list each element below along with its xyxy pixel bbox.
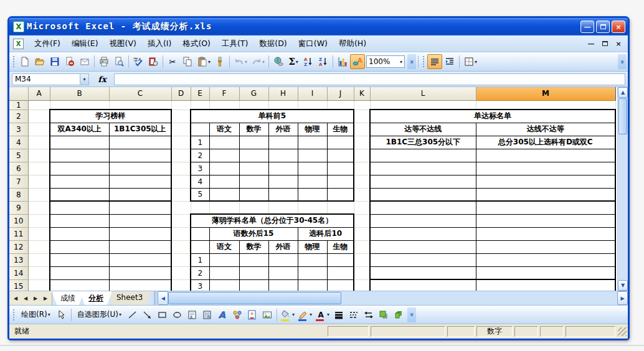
indent-button[interactable] [442,54,457,69]
cell[interactable] [109,266,171,279]
hyperlink-button[interactable] [271,54,286,69]
cell[interactable] [50,175,109,188]
cell[interactable] [476,100,615,110]
cell[interactable] [50,162,109,175]
cell[interactable] [239,201,268,214]
row-header[interactable]: 1 [9,100,28,110]
scroll-right-button[interactable]: ▶ [617,291,628,305]
toolbar-options-chevron[interactable]: » [407,307,416,322]
cell[interactable] [28,240,50,253]
cell[interactable] [191,123,209,136]
line-color-button[interactable]: ▾ [296,307,314,322]
cell[interactable] [171,110,191,123]
toolbar-options-chevron[interactable]: » [407,54,416,69]
cell[interactable] [171,149,191,162]
cell[interactable] [109,100,171,110]
cell[interactable] [209,162,239,175]
header-cell[interactable]: 双A340以上 [50,123,109,136]
cell[interactable] [354,201,370,214]
cell[interactable] [268,253,298,266]
cell[interactable] [370,162,476,175]
value-cell[interactable]: 1B1C三总305分以下 [370,136,476,149]
next-sheet-button[interactable]: ▶ [31,293,40,304]
cell[interactable] [298,149,327,162]
cell[interactable] [354,240,370,253]
row-header[interactable]: 2 [9,110,28,123]
cell[interactable] [50,188,109,201]
cell[interactable] [109,240,171,253]
menu-item-view[interactable]: 视图(V) [104,37,142,51]
cell[interactable] [268,188,298,201]
cell[interactable] [191,201,209,214]
dash-style-button[interactable] [346,307,361,322]
cell[interactable] [370,201,476,214]
cell[interactable] [354,100,370,110]
diagram-button[interactable] [230,307,245,322]
cell[interactable] [109,201,171,214]
cell[interactable] [209,253,239,266]
cell[interactable] [327,279,354,291]
row-header[interactable]: 14 [9,266,28,279]
cell[interactable] [354,279,370,291]
cell[interactable] [28,279,50,291]
column-header[interactable]: K [354,87,370,100]
cell[interactable] [239,175,268,188]
cell[interactable] [109,253,171,266]
cell[interactable] [50,149,109,162]
cell[interactable] [476,279,615,291]
cell[interactable] [370,240,476,253]
cell[interactable] [28,136,50,149]
column-header[interactable]: E [191,87,209,100]
cell[interactable] [370,266,476,279]
cell[interactable] [370,149,476,162]
cell[interactable] [171,214,191,227]
cell[interactable] [50,100,109,110]
cell[interactable] [50,201,109,214]
row-header[interactable]: 11 [9,227,28,240]
cell[interactable] [171,175,191,188]
cell[interactable] [354,253,370,266]
cell[interactable] [327,136,354,149]
resize-grip[interactable] [618,327,627,336]
rank-cell[interactable]: 3 [191,162,209,175]
cell[interactable] [476,253,615,266]
cell[interactable] [28,149,50,162]
row-header[interactable]: 5 [9,149,28,162]
cell[interactable] [327,162,354,175]
vertical-scrollbar[interactable]: ▲ ▼ [617,87,628,291]
header-cell[interactable]: 语文 [209,123,239,136]
value-cell[interactable]: 总分305以上选科有D或双C [476,136,615,149]
row-header[interactable]: 3 [9,123,28,136]
shadow-style-button[interactable] [376,307,391,322]
rank-cell[interactable]: 4 [191,175,209,188]
table-title-role-models[interactable]: 学习榜样 [50,110,171,123]
autoshapes-button[interactable]: 自选图形(U)▾ [73,308,125,322]
cell[interactable] [209,136,239,149]
horizontal-scroll-thumb[interactable] [168,292,341,304]
cell[interactable] [239,149,268,162]
header-cell[interactable]: 数学 [239,123,268,136]
cell[interactable] [370,227,476,240]
table-title-standards[interactable]: 单达标名单 [370,110,615,123]
print-button[interactable] [97,54,111,69]
scroll-left-button[interactable]: ◀ [158,291,168,305]
align-button[interactable] [427,54,442,69]
cell[interactable] [239,100,268,110]
row-header[interactable]: 10 [9,214,28,227]
arrow-style-button[interactable] [361,307,376,322]
cell[interactable] [50,136,109,149]
vertical-scroll-track[interactable] [618,135,628,280]
rank-cell[interactable]: 5 [191,188,209,201]
cell[interactable] [476,188,615,201]
formula-input[interactable] [114,73,625,85]
cell[interactable] [50,266,109,279]
cell[interactable] [268,279,298,291]
menu-item-format[interactable]: 格式(O) [177,37,216,51]
cell[interactable] [370,100,476,110]
row-header[interactable]: 12 [9,240,28,253]
cell[interactable] [370,253,476,266]
paste-button[interactable]: ▾ [195,54,212,69]
rank-cell[interactable]: 3 [191,279,209,291]
cell[interactable] [171,162,191,175]
menu-item-window[interactable]: 窗口(W) [293,37,333,51]
